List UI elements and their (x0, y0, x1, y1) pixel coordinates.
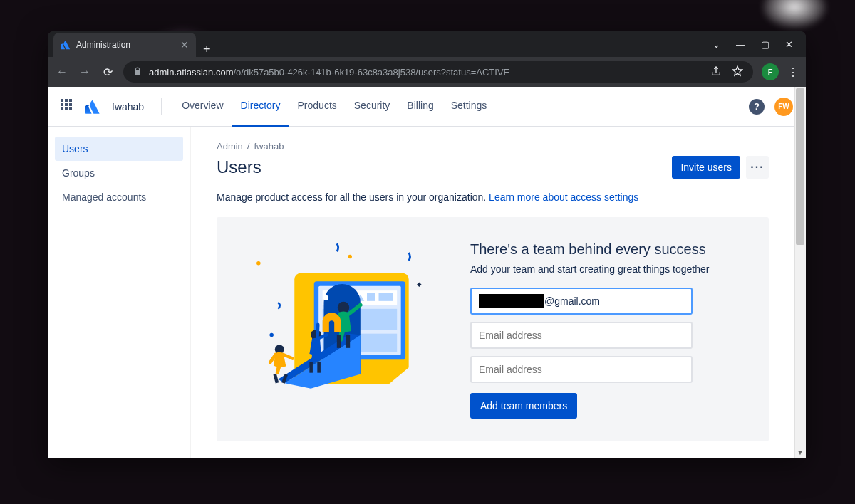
sidebar-item-users[interactable]: Users (55, 137, 183, 161)
atlassian-icon (61, 40, 71, 50)
browser-window: Administration ✕ + ⌄ — ▢ ✕ ← → ⟳ admin.a… (48, 31, 806, 458)
app-switcher-icon[interactable] (61, 99, 76, 115)
svg-rect-9 (379, 293, 393, 301)
sidebar: Users Groups Managed accounts (48, 127, 190, 458)
svg-rect-14 (346, 335, 351, 348)
invite-users-button[interactable]: Invite users (672, 156, 740, 179)
svg-rect-13 (337, 335, 341, 348)
chevron-down-icon[interactable]: ⌄ (712, 39, 720, 50)
svg-rect-16 (309, 362, 313, 373)
back-button[interactable]: ← (55, 65, 69, 78)
forward-button[interactable]: → (78, 65, 92, 78)
team-form: There's a team behind every success Add … (470, 237, 749, 419)
main-content: Admin / fwahab Users Invite users ··· Ma… (190, 127, 794, 458)
email-suffix: @gmail.com (544, 295, 600, 307)
user-avatar[interactable]: FW (774, 98, 793, 116)
tab-strip: Administration ✕ + ⌄ — ▢ ✕ (48, 31, 806, 57)
lock-icon (133, 67, 142, 78)
svg-point-3 (269, 333, 274, 337)
team-heading: There's a team behind every success (470, 241, 749, 258)
close-window-icon[interactable]: ✕ (785, 39, 793, 50)
subtitle: Manage product access for all the users … (217, 191, 769, 203)
share-icon[interactable] (710, 65, 722, 79)
nav-tab-overview[interactable]: Overview (173, 87, 232, 127)
scroll-down-icon[interactable]: ▼ (794, 447, 806, 458)
svg-point-0 (256, 261, 261, 266)
email-input-3[interactable] (470, 356, 693, 383)
nav-tab-directory[interactable]: Directory (232, 87, 289, 127)
svg-point-2 (348, 255, 352, 259)
svg-rect-17 (317, 362, 321, 373)
atlassian-logo-icon[interactable] (85, 99, 100, 115)
nav-divider (161, 98, 162, 115)
more-actions-button[interactable]: ··· (746, 156, 769, 179)
add-team-members-button[interactable]: Add team members (470, 393, 577, 419)
page-content: ▲ ▼ fwahab Overview Directory Products S… (48, 87, 806, 458)
maximize-icon[interactable]: ▢ (761, 39, 770, 50)
nav-tabs: Overview Directory Products Security Bil… (173, 87, 495, 127)
new-tab-button[interactable]: + (196, 42, 218, 57)
url-host: admin.atlassian.com (149, 67, 234, 78)
nav-tab-settings[interactable]: Settings (442, 87, 496, 127)
email-input-2[interactable] (470, 322, 693, 349)
nav-tab-products[interactable]: Products (289, 87, 346, 127)
team-illustration (237, 237, 450, 394)
browser-profile-avatar[interactable]: F (762, 63, 779, 80)
nav-tab-billing[interactable]: Billing (398, 87, 442, 127)
browser-menu-icon[interactable]: ⋮ (787, 65, 799, 79)
close-tab-icon[interactable]: ✕ (180, 39, 189, 51)
reload-button[interactable]: ⟳ (100, 65, 115, 79)
email-field-3[interactable] (479, 364, 684, 375)
subtitle-text: Manage product access for all the users … (217, 191, 489, 203)
top-nav: fwahab Overview Directory Products Secur… (48, 87, 806, 127)
team-subheading: Add your team and start creating great t… (470, 263, 749, 275)
learn-more-link[interactable]: Learn more about access settings (489, 191, 638, 203)
star-icon[interactable] (732, 65, 743, 79)
sidebar-item-groups[interactable]: Groups (55, 161, 183, 185)
breadcrumb-site[interactable]: fwahab (254, 141, 284, 152)
url-bar[interactable]: admin.atlassian.com/o/dk57a5b0-426k-141b… (123, 61, 753, 83)
url-row: ← → ⟳ admin.atlassian.com/o/dk57a5b0-426… (48, 57, 806, 87)
svg-rect-8 (367, 293, 375, 301)
browser-tab[interactable]: Administration ✕ (53, 33, 196, 57)
breadcrumbs: Admin / fwahab (217, 141, 769, 152)
tab-title: Administration (76, 40, 130, 50)
svg-point-21 (323, 295, 328, 300)
window-controls: ⌄ — ▢ ✕ (712, 31, 806, 57)
sidebar-item-managed-accounts[interactable]: Managed accounts (55, 185, 183, 209)
redacted-email-local (479, 294, 544, 308)
minimize-icon[interactable]: — (736, 39, 745, 50)
svg-rect-19 (273, 374, 279, 384)
site-name: fwahab (112, 101, 144, 112)
email-input-1[interactable]: @gmail.com (470, 288, 693, 315)
page-title: Users (217, 157, 261, 177)
email-field-2[interactable] (479, 330, 684, 341)
help-icon[interactable]: ? (749, 99, 765, 115)
nav-tab-security[interactable]: Security (346, 87, 399, 127)
scrollbar-thumb[interactable] (796, 88, 804, 245)
breadcrumb-admin[interactable]: Admin (217, 141, 243, 152)
svg-rect-1 (417, 282, 421, 286)
url-path: /o/dk57a5b0-426k-141b-6k19-63c8a3a8j538/… (234, 67, 510, 78)
team-onboarding-panel: There's a team behind every success Add … (217, 217, 769, 441)
scrollbar[interactable]: ▲ ▼ (794, 87, 806, 458)
